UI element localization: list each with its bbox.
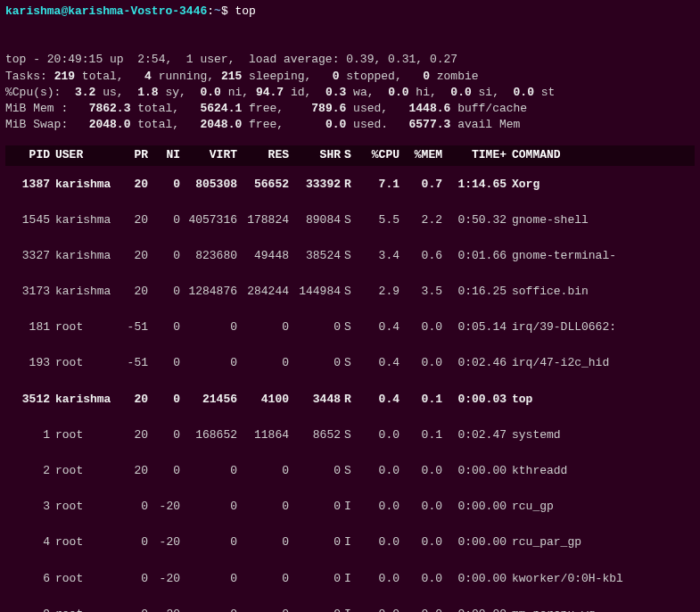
- cell-user: karishma: [50, 248, 112, 264]
- cell-cpu: 0.0: [357, 534, 399, 550]
- cell-user: root: [50, 571, 112, 587]
- cell-mem: 0.1: [399, 392, 442, 408]
- process-table-header[interactable]: PIDUSERPRNIVIRTRESSHRS%CPU%MEMTIME+COMMA…: [5, 145, 695, 165]
- cell-res: 284244: [237, 284, 289, 300]
- table-row: 4root0-20000I0.00.00:00.00rcu_par_gp: [5, 531, 695, 567]
- hdr-user[interactable]: USER: [50, 147, 112, 163]
- tasks-zombie: 0: [423, 70, 430, 83]
- cell-cmd: Xorg: [506, 177, 539, 193]
- mem-label: MiB Mem :: [5, 102, 89, 115]
- hdr-ni[interactable]: NI: [148, 147, 180, 163]
- cell-ni: 0: [148, 248, 180, 264]
- cell-res: 56652: [237, 177, 289, 193]
- table-row: 6root0-20000I0.00.00:00.00kworker/0:0H-k…: [5, 567, 695, 603]
- cell-user: root: [50, 499, 112, 515]
- cell-pid: 193: [5, 355, 50, 371]
- cell-cpu: 0.4: [357, 392, 399, 408]
- cell-mem: 0.7: [399, 177, 442, 193]
- hdr-s[interactable]: S: [341, 147, 357, 163]
- cell-time: 0:00.00: [442, 499, 506, 515]
- cell-time: 0:05.14: [442, 319, 506, 335]
- cell-pid: 9: [5, 607, 50, 612]
- cell-s: S: [341, 212, 357, 228]
- cell-pid: 1387: [5, 177, 50, 193]
- cell-shr: 33392: [289, 177, 341, 193]
- cell-ni: 0: [148, 427, 180, 443]
- cell-time: 0:00.00: [442, 607, 506, 612]
- shell-prompt[interactable]: karishma@karishma-Vostro-3446:~$ top: [5, 4, 695, 20]
- cell-virt: 168652: [180, 427, 237, 443]
- hdr-virt[interactable]: VIRT: [180, 147, 237, 163]
- cell-res: 0: [237, 607, 289, 612]
- cell-shr: 0: [289, 319, 341, 335]
- cell-s: S: [341, 355, 357, 371]
- cell-virt: 0: [180, 607, 237, 612]
- table-row: 9root0-20000I0.00.00:00.00mm_percpu_wq: [5, 603, 695, 612]
- hdr-cpu[interactable]: %CPU: [357, 147, 399, 163]
- hdr-time[interactable]: TIME+: [442, 147, 506, 163]
- cell-virt: 21456: [180, 392, 237, 408]
- cell-pid: 1545: [5, 212, 50, 228]
- prompt-path: ~: [214, 4, 221, 18]
- cell-cmd: kthreadd: [506, 463, 567, 479]
- cell-shr: 0: [289, 499, 341, 515]
- hdr-pid[interactable]: PID: [5, 147, 50, 163]
- cell-pid: 4: [5, 534, 50, 550]
- cell-mem: 0.0: [399, 534, 442, 550]
- cell-shr: 89084: [289, 212, 341, 228]
- cell-pid: 3327: [5, 248, 50, 264]
- hdr-pr[interactable]: PR: [112, 147, 148, 163]
- hdr-mem[interactable]: %MEM: [399, 147, 442, 163]
- hdr-command[interactable]: COMMAND: [506, 147, 561, 163]
- cell-pid: 6: [5, 571, 50, 587]
- tasks-label: Tasks:: [5, 70, 47, 83]
- table-row: 1545karishma200405731617882489084S5.52.2…: [5, 209, 695, 244]
- cell-s: S: [341, 284, 357, 300]
- hdr-shr[interactable]: SHR: [289, 147, 341, 163]
- cell-pr: 20: [112, 427, 148, 443]
- cell-ni: 0: [148, 284, 180, 300]
- cell-pr: -51: [112, 319, 148, 335]
- cell-s: R: [341, 177, 357, 193]
- prompt-colon: :: [207, 4, 214, 18]
- table-row: 3327karishma2008236804944838524S3.40.60:…: [5, 244, 695, 280]
- cell-cmd: rcu_gp: [506, 499, 554, 515]
- cell-ni: 0: [148, 463, 180, 479]
- cell-user: karishma: [50, 284, 112, 300]
- cell-pid: 1: [5, 427, 50, 443]
- cell-virt: 0: [180, 319, 237, 335]
- cell-virt: 0: [180, 355, 237, 371]
- cell-user: karishma: [50, 392, 112, 408]
- tasks-running: 4: [144, 70, 152, 83]
- cell-pid: 3173: [5, 284, 50, 300]
- cell-cmd: soffice.bin: [506, 284, 589, 300]
- cell-mem: 0.0: [399, 571, 442, 587]
- cell-cpu: 0.0: [357, 607, 399, 612]
- cell-user: root: [50, 463, 112, 479]
- cell-ni: -20: [148, 499, 180, 515]
- cell-shr: 0: [289, 571, 341, 587]
- cell-time: 0:02.46: [442, 355, 506, 371]
- cell-user: root: [50, 355, 112, 371]
- cell-cpu: 7.1: [357, 177, 399, 193]
- cell-ni: 0: [148, 392, 180, 408]
- cell-res: 0: [237, 463, 289, 479]
- cell-shr: 38524: [289, 248, 341, 264]
- summary-line-uptime: top - 20:49:15 up 2:54, 1 user, load ave…: [5, 53, 457, 66]
- cell-time: 1:14.65: [442, 177, 506, 193]
- cell-cpu: 0.4: [357, 319, 399, 335]
- table-row: 181root-510000S0.40.00:05.14irq/39-DLL06…: [5, 316, 695, 351]
- cell-pr: 20: [112, 392, 148, 408]
- cell-time: 0:00.00: [442, 571, 506, 587]
- hdr-res[interactable]: RES: [237, 147, 289, 163]
- cell-pr: 20: [112, 248, 148, 264]
- cell-mem: 0.6: [399, 248, 442, 264]
- cell-pr: 0: [112, 571, 148, 587]
- cell-shr: 0: [289, 463, 341, 479]
- tasks-stopped: 0: [333, 70, 340, 83]
- table-row: 193root-510000S0.40.00:02.46irq/47-i2c_h…: [5, 351, 695, 387]
- cell-cmd: gnome-shell: [506, 212, 589, 228]
- prompt-dollar: $: [221, 4, 235, 18]
- cell-cpu: 0.0: [357, 463, 399, 479]
- table-row: 1387karishma2008053085665233392R7.10.71:…: [5, 173, 695, 209]
